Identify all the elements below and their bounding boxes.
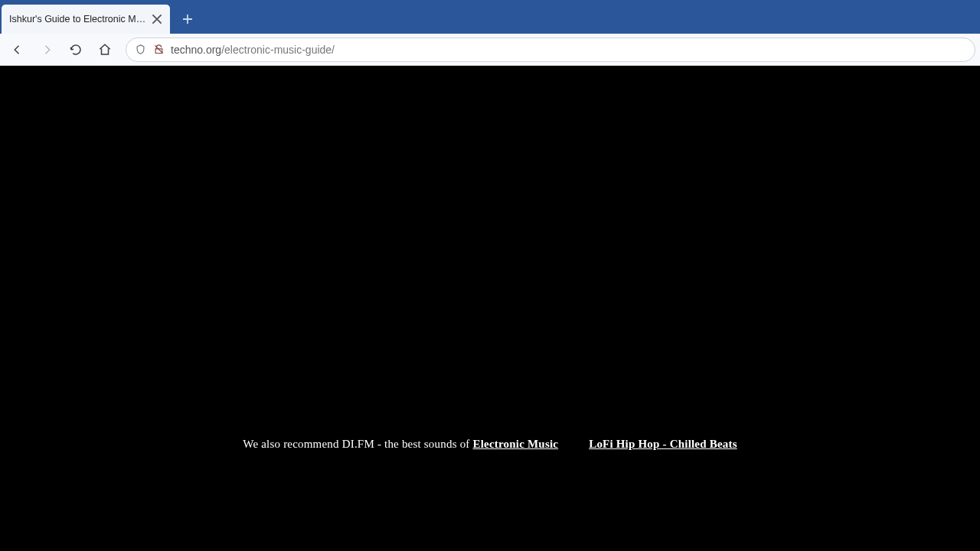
address-bar[interactable]: techno.org/electronic-music-guide/ [126, 37, 975, 62]
tab-strip: Ishkur's Guide to Electronic Music | [0, 0, 980, 34]
reload-button[interactable] [63, 37, 89, 63]
new-tab-button[interactable] [175, 6, 201, 32]
page-content: We also recommend DI.FM - the best sound… [0, 66, 980, 551]
back-button[interactable] [5, 37, 31, 63]
tab-title: Ishkur's Guide to Electronic Music | [9, 14, 150, 24]
home-button[interactable] [92, 37, 118, 63]
recommend-line: We also recommend DI.FM - the best sound… [0, 438, 980, 451]
close-tab-icon[interactable] [150, 12, 164, 26]
link-lofi-hip-hop[interactable]: LoFi Hip Hop - Chilled Beats [589, 438, 737, 450]
url-path: /electronic-music-guide/ [221, 44, 335, 56]
tab-active[interactable]: Ishkur's Guide to Electronic Music | [2, 5, 170, 34]
shield-icon [134, 44, 146, 56]
browser-toolbar: techno.org/electronic-music-guide/ [0, 34, 980, 66]
forward-button[interactable] [34, 37, 60, 63]
url-display: techno.org/electronic-music-guide/ [171, 44, 335, 56]
url-host: techno.org [171, 44, 221, 56]
recommend-lead: We also recommend DI.FM - the best sound… [243, 438, 472, 450]
not-secure-icon [152, 44, 165, 56]
link-electronic-music[interactable]: Electronic Music [473, 438, 559, 450]
